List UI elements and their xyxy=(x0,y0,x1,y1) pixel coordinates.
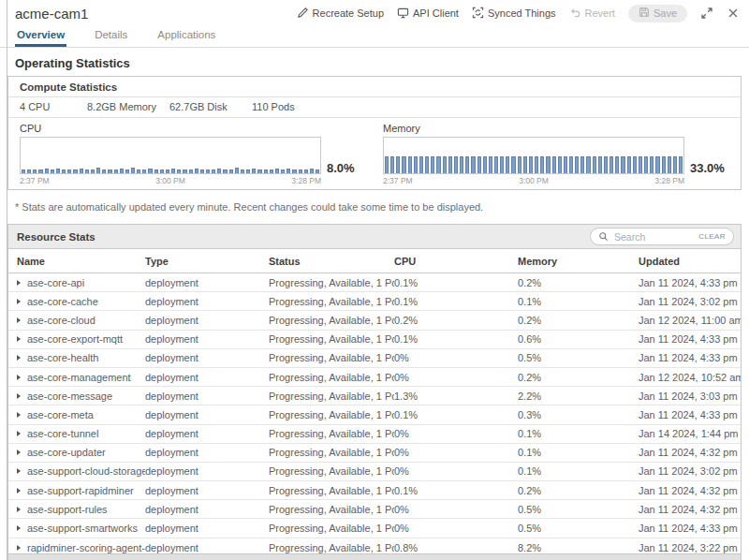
table-row[interactable]: ase-support-rapidminerdeploymentProgress… xyxy=(8,481,741,500)
save-button[interactable]: Save xyxy=(628,5,687,22)
chart-bar xyxy=(27,169,31,173)
chart-bar xyxy=(529,156,533,173)
row-expand-icon[interactable] xyxy=(17,468,21,474)
column-header-name[interactable]: Name xyxy=(17,256,145,267)
table-row[interactable]: ase-support-smartworksdeploymentProgress… xyxy=(8,519,741,538)
chart-bar xyxy=(575,156,579,173)
row-expand-icon[interactable] xyxy=(17,449,21,455)
cell-memory: 0.6% xyxy=(518,333,541,345)
cell-updated: Jan 11 2024, 3:02 pm xyxy=(639,296,738,307)
table-row[interactable]: ase-support-cloud-storagedeploymentProgr… xyxy=(8,463,741,481)
cell-cpu: 0% xyxy=(394,523,409,534)
column-header-updated[interactable]: Updated xyxy=(639,256,741,267)
chart-bar xyxy=(402,156,405,173)
tab-overview[interactable]: Overview xyxy=(15,26,66,47)
cell-cpu: 0% xyxy=(394,428,409,439)
chart-bar xyxy=(465,156,469,173)
row-expand-icon[interactable] xyxy=(17,525,21,531)
chart-bar xyxy=(316,169,319,173)
row-expand-icon[interactable] xyxy=(17,545,21,551)
column-header-type[interactable]: Type xyxy=(145,256,269,267)
chart-bar xyxy=(177,169,181,173)
table-body: ase-core-apideploymentProgressing, Avail… xyxy=(8,273,741,557)
row-expand-icon[interactable] xyxy=(17,412,21,418)
cell-name: ase-core-message xyxy=(27,391,112,402)
cell-updated: Jan 11 2024, 4:33 pm xyxy=(639,333,738,345)
cell-type: deployment xyxy=(145,372,198,383)
row-expand-icon[interactable] xyxy=(17,280,21,286)
row-expand-icon[interactable] xyxy=(17,299,21,304)
cell-status: Progressing, Available, 1 Pod xyxy=(269,409,394,420)
table-row[interactable]: ase-core-messagedeploymentProgressing, A… xyxy=(8,387,741,405)
chart-bar xyxy=(166,169,169,173)
cell-memory: 0.1% xyxy=(518,428,541,439)
cell-updated: Jan 11 2024, 3:03 pm xyxy=(639,391,738,402)
chart-bar xyxy=(299,169,302,173)
chart-bar xyxy=(673,156,677,173)
column-header-memory[interactable]: Memory xyxy=(518,256,639,267)
tab-applications[interactable]: Applications xyxy=(155,26,217,47)
revert-button[interactable]: Revert xyxy=(569,7,615,21)
table-row[interactable]: ase-core-clouddeploymentProgressing, Ava… xyxy=(8,311,741,330)
chart-bar xyxy=(73,169,77,173)
cpu-chart-label: CPU xyxy=(20,123,366,134)
api-client-button[interactable]: API Client xyxy=(397,7,459,21)
table-row[interactable]: ase-core-updaterdeploymentProgressing, A… xyxy=(8,444,741,463)
row-expand-icon[interactable] xyxy=(17,317,21,323)
search-icon xyxy=(598,228,609,245)
table-row[interactable]: ase-core-managementdeploymentProgressing… xyxy=(8,368,741,387)
table-row[interactable]: ase-core-healthdeploymentProgressing, Av… xyxy=(8,349,741,368)
table-row[interactable]: ase-core-cachedeploymentProgressing, Ava… xyxy=(8,292,741,311)
chart-bar xyxy=(142,169,146,173)
cell-cpu: 0% xyxy=(394,465,409,477)
search-clear-button[interactable]: CLEAR xyxy=(698,232,726,241)
tab-details[interactable]: Details xyxy=(93,26,129,47)
cell-type: deployment xyxy=(145,315,198,326)
bar-chart xyxy=(20,137,321,174)
column-header-cpu[interactable]: CPU xyxy=(394,256,518,267)
row-expand-icon[interactable] xyxy=(17,488,21,494)
chart-bar xyxy=(564,156,567,173)
chart-bar xyxy=(120,169,124,173)
chart-bar xyxy=(217,169,221,173)
collapse-panel-icon[interactable] xyxy=(700,7,713,20)
chart-bar xyxy=(33,169,37,173)
cell-type: deployment xyxy=(145,485,198,496)
synced-things-button[interactable]: Synced Things xyxy=(472,7,556,21)
row-expand-icon[interactable] xyxy=(17,507,21,512)
chart-bar xyxy=(483,156,487,173)
cell-memory: 2.2% xyxy=(518,391,541,402)
row-expand-icon[interactable] xyxy=(17,375,21,380)
chart-bar xyxy=(281,169,285,173)
cell-cpu: 0.1% xyxy=(394,409,418,420)
chart-bar xyxy=(494,156,498,173)
row-expand-icon[interactable] xyxy=(17,431,21,436)
table-row[interactable]: ase-core-metadeploymentProgressing, Avai… xyxy=(8,405,741,424)
cpu-chart-axis: 2:37 PM 3:00 PM 3:28 PM xyxy=(20,176,321,185)
cell-memory: 0.2% xyxy=(518,485,541,496)
table-row[interactable]: ase-core-tunneldeploymentProgressing, Av… xyxy=(8,425,741,444)
row-expand-icon[interactable] xyxy=(17,336,21,342)
chart-bar xyxy=(650,156,654,173)
resource-stats-panel: Resource Stats CLEAR Name Type Status CP… xyxy=(7,224,742,558)
table-row[interactable]: ase-core-apideploymentProgressing, Avail… xyxy=(8,273,741,292)
table-row[interactable]: ase-support-rulesdeploymentProgressing, … xyxy=(8,500,741,519)
search-input[interactable] xyxy=(614,231,698,243)
row-expand-icon[interactable] xyxy=(17,355,21,361)
column-header-status[interactable]: Status xyxy=(269,256,394,267)
close-icon[interactable] xyxy=(727,7,740,20)
horizontal-scrollbar[interactable] xyxy=(7,553,742,560)
table-row[interactable]: ase-core-export-mqttdeploymentProgressin… xyxy=(8,331,741,349)
chart-bar xyxy=(56,169,60,173)
chart-bar xyxy=(241,169,244,173)
chart-bar xyxy=(655,156,659,173)
row-expand-icon[interactable] xyxy=(17,393,21,399)
search-box[interactable]: CLEAR xyxy=(590,228,734,245)
cell-type: deployment xyxy=(145,447,198,458)
cell-updated: Jan 12 2024, 10:52 am xyxy=(639,372,741,383)
cell-memory: 0.3% xyxy=(518,409,541,420)
chart-bar xyxy=(67,169,71,173)
chart-bar xyxy=(148,169,152,173)
recreate-setup-button[interactable]: Recreate Setup xyxy=(297,7,384,21)
cell-status: Progressing, Available, 1 Pod xyxy=(269,333,394,345)
